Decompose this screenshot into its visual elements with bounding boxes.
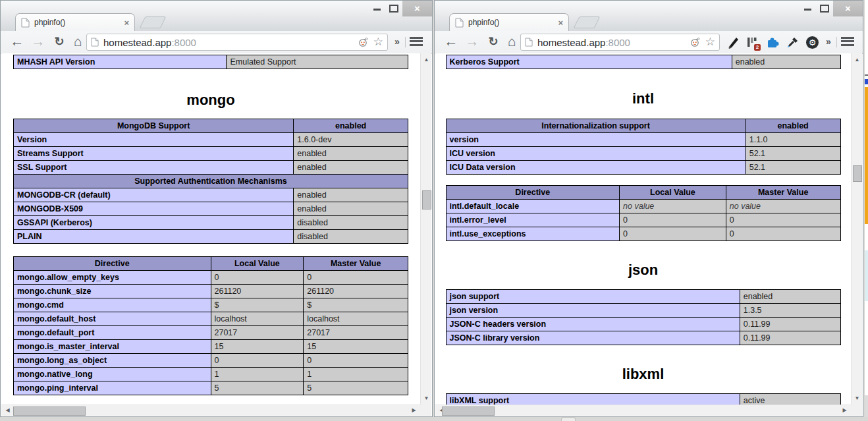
table-cell: Master Value <box>304 257 408 271</box>
table-row: json supportenabled <box>446 290 840 304</box>
overflow-icon[interactable]: » <box>394 36 400 47</box>
table-row: JSON-C library version0.11.99 <box>446 331 840 345</box>
scroll-left-icon[interactable]: ◀ <box>3 405 13 415</box>
vertical-scrollbar[interactable]: ▲ ▼ <box>420 53 431 405</box>
knife-extension-icon[interactable] <box>724 34 742 51</box>
forward-button[interactable]: → <box>464 33 481 50</box>
bookmark-star-icon[interactable]: ☆ <box>373 36 383 48</box>
scroll-right-icon[interactable]: ▶ <box>409 405 419 415</box>
close-button[interactable]: × <box>833 1 863 16</box>
vertical-scroll-thumb[interactable] <box>853 165 862 182</box>
background-window-sliver <box>865 0 868 417</box>
table-cell: Internationalization support <box>446 119 746 133</box>
horizontal-scrollbar[interactable]: ◀ ▶ <box>1 405 420 416</box>
table-cell: 52.1 <box>746 147 840 161</box>
scroll-down-icon[interactable]: ▼ <box>421 393 431 403</box>
new-tab-button[interactable] <box>574 16 601 28</box>
libxml-table: libXML supportactive <box>435 393 851 405</box>
mhash-table: MHASH API VersionEmulated Support <box>1 55 420 69</box>
table-row: mongo.default_hostlocalhostlocalhost <box>14 312 408 326</box>
page-icon <box>455 18 464 28</box>
browser-window-right: × phpinfo() × ← → ↻ ⌂ homestead.app:8000… <box>434 0 863 417</box>
tab-title: phpinfo() <box>468 18 558 27</box>
puzzle-extension-icon[interactable] <box>764 34 782 51</box>
browser-tab[interactable]: phpinfo() × <box>449 13 569 31</box>
titlebar[interactable]: × phpinfo() × <box>435 1 863 31</box>
table-cell: JSON-C library version <box>446 331 740 345</box>
table-cell: 261120 <box>211 285 304 298</box>
horizontal-scroll-thumb[interactable] <box>13 407 86 416</box>
table-cell: MHASH API Version <box>14 55 227 69</box>
address-bar[interactable]: homestead.app:8000 ☆ <box>86 34 388 51</box>
reddit-icon[interactable] <box>690 38 701 47</box>
table-cell: intl.error_level <box>446 213 620 227</box>
table-cell: 27017 <box>304 326 408 340</box>
caption-buttons: × <box>799 1 863 16</box>
gear-extension-icon[interactable]: ⚙ <box>803 34 821 51</box>
reddit-icon[interactable] <box>358 38 369 47</box>
table-cell: disabled <box>294 230 408 244</box>
table-row: json version1.3.5 <box>446 304 840 318</box>
taskbar-notch <box>561 417 576 421</box>
menu-icon[interactable] <box>410 37 423 46</box>
table-row: mongo.is_master_interval1515 <box>14 340 408 354</box>
new-tab-button[interactable] <box>140 16 167 28</box>
back-button[interactable]: ← <box>9 33 26 50</box>
table-cell: 1.6.0-dev <box>294 133 408 147</box>
table-cell: mongo.long_as_object <box>14 354 211 368</box>
overflow-icon[interactable]: » <box>826 36 831 47</box>
horizontal-scrollbar[interactable]: ◀ ▶ <box>435 405 851 416</box>
table-cell: 15 <box>211 340 304 354</box>
maximize-button[interactable] <box>816 1 833 14</box>
url-text[interactable]: homestead.app:8000 <box>103 37 358 48</box>
table-cell: enabled <box>294 119 408 133</box>
close-button[interactable]: × <box>402 1 432 16</box>
menu-icon[interactable] <box>841 37 854 46</box>
table-cell: json support <box>446 290 740 304</box>
table-cell: 0 <box>620 227 726 241</box>
scroll-up-icon[interactable]: ▲ <box>421 55 431 65</box>
table-cell: enabled <box>294 161 408 175</box>
scroll-down-icon[interactable]: ▼ <box>852 393 862 403</box>
vertical-scroll-thumb[interactable] <box>422 190 431 210</box>
bookmark-star-icon[interactable]: ☆ <box>705 36 715 48</box>
reload-button[interactable]: ↻ <box>485 33 502 50</box>
url-text[interactable]: homestead.app:8000 <box>537 37 690 48</box>
maximize-button[interactable] <box>385 1 402 14</box>
table-row: intl.use_exceptions00 <box>446 227 840 241</box>
section-heading-intl: intl <box>446 90 841 107</box>
titlebar[interactable]: × phpinfo() × <box>1 1 432 31</box>
home-button[interactable]: ⌂ <box>69 33 86 50</box>
table-cell: 0.11.99 <box>740 331 840 345</box>
scrollbar-corner <box>851 405 862 416</box>
tab-close-icon[interactable]: × <box>558 18 563 27</box>
kerberos-table: Kerberos Supportenabled <box>435 55 851 69</box>
vertical-scrollbar[interactable]: ▲ ▼ <box>851 53 862 405</box>
json-table: json supportenabledjson version1.3.5JSON… <box>435 289 851 345</box>
minimize-button[interactable] <box>368 1 385 14</box>
table-cell: mongo.ping_interval <box>14 381 211 395</box>
tab-close-icon[interactable]: × <box>124 18 129 27</box>
section-heading-mongo: mongo <box>13 92 408 109</box>
scroll-right-icon[interactable]: ▶ <box>840 405 850 415</box>
eyedropper-extension-icon[interactable] <box>784 34 801 51</box>
table-cell: Version <box>14 133 294 147</box>
scroll-up-icon[interactable]: ▲ <box>852 55 862 65</box>
intl-directives-table: DirectiveLocal ValueMaster Valueintl.def… <box>435 185 851 241</box>
minimize-button[interactable] <box>799 1 816 14</box>
home-button[interactable]: ⌂ <box>503 33 520 50</box>
table-cell: 5 <box>211 381 304 395</box>
forward-button[interactable]: → <box>30 33 47 50</box>
table-cell: 0 <box>304 271 408 285</box>
bar-chart-extension-icon[interactable]: 2 <box>743 34 761 51</box>
table-cell: Streams Support <box>14 147 294 161</box>
back-button[interactable]: ← <box>443 33 460 50</box>
reload-button[interactable]: ↻ <box>51 33 68 50</box>
browser-tab[interactable]: phpinfo() × <box>15 13 135 31</box>
table-cell: enabled <box>294 202 408 216</box>
address-bar[interactable]: homestead.app:8000 ☆ <box>520 34 720 51</box>
table-row: Kerberos Supportenabled <box>446 55 840 69</box>
horizontal-scroll-thumb[interactable] <box>442 407 495 416</box>
table-cell: Directive <box>14 257 211 271</box>
table-cell: 5 <box>304 381 408 395</box>
